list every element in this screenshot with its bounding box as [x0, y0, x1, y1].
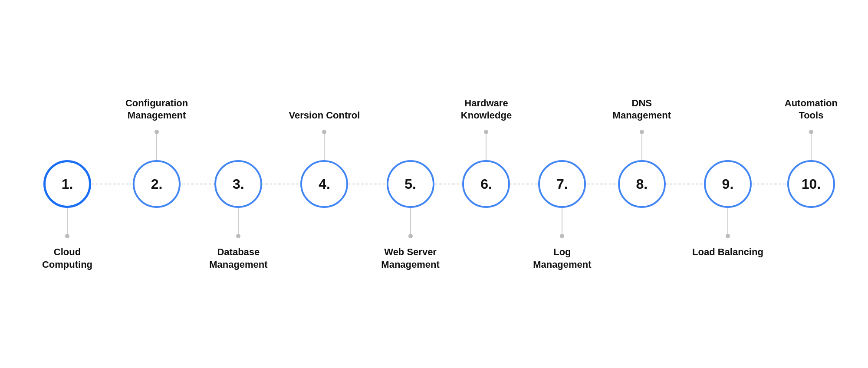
- node-10-top: AutomationTools: [785, 47, 838, 160]
- node-8-top: DNSManagement: [613, 47, 671, 160]
- label-2: ConfigurationManagement: [125, 97, 188, 122]
- vline-6-top: [486, 134, 487, 160]
- label-4: Version Control: [289, 109, 360, 122]
- node-3-bottom: DatabaseManagement: [209, 208, 267, 321]
- vline-3-bottom: [238, 208, 239, 234]
- node-4-top: Version Control: [289, 47, 360, 160]
- circle-5[interactable]: 5.: [387, 160, 434, 208]
- dot-4-top: [322, 130, 326, 134]
- node-1: 1. Cloud Computing: [30, 47, 104, 321]
- dot-1-bottom: [65, 234, 69, 238]
- node-4-number: 4.: [319, 176, 330, 192]
- node-6-number: 6.: [480, 176, 492, 192]
- circle-9[interactable]: 9.: [704, 160, 752, 208]
- vline-10-top: [811, 134, 812, 160]
- node-2: ConfigurationManagement 2.: [125, 47, 188, 321]
- nodes-row: 1. Cloud Computing ConfigurationManageme…: [30, 47, 838, 321]
- circle-3[interactable]: 3.: [214, 160, 262, 208]
- node-6: HardwareKnowledge 6.: [461, 47, 512, 321]
- node-5-number: 5.: [404, 176, 416, 192]
- vline-5-bottom: [410, 208, 411, 234]
- node-10-number: 10.: [802, 176, 821, 192]
- node-10: AutomationTools 10.: [785, 47, 838, 321]
- dot-7-bottom: [560, 234, 564, 238]
- dot-3-bottom: [236, 234, 240, 238]
- node-7: 7. LogManagement: [533, 47, 591, 321]
- label-1: Cloud Computing: [30, 246, 104, 271]
- circle-8[interactable]: 8.: [618, 160, 666, 208]
- circle-4[interactable]: 4.: [300, 160, 348, 208]
- dot-2-top: [155, 130, 159, 134]
- label-10: AutomationTools: [785, 97, 838, 122]
- dot-9-bottom: [726, 234, 730, 238]
- vline-8-top: [641, 134, 642, 160]
- label-9: Load Balancing: [692, 246, 763, 259]
- dot-6-top: [484, 130, 488, 134]
- dot-8-top: [640, 130, 644, 134]
- node-4: Version Control 4.: [289, 47, 360, 321]
- label-3: DatabaseManagement: [209, 246, 267, 271]
- node-8-number: 8.: [636, 176, 648, 192]
- label-6: HardwareKnowledge: [461, 97, 512, 122]
- node-8: DNSManagement 8.: [613, 47, 671, 321]
- vline-7-bottom: [562, 208, 562, 234]
- node-2-top: ConfigurationManagement: [125, 47, 188, 160]
- node-7-number: 7.: [556, 176, 568, 192]
- node-1-bottom: Cloud Computing: [30, 208, 104, 321]
- node-3-number: 3.: [233, 176, 244, 192]
- vline-1-bottom: [67, 208, 68, 234]
- node-5: 5. Web ServerManagement: [381, 47, 439, 321]
- circle-1[interactable]: 1.: [43, 160, 91, 208]
- dot-10-top: [809, 130, 813, 134]
- node-7-bottom: LogManagement: [533, 208, 591, 321]
- dot-5-bottom: [408, 234, 413, 238]
- circle-2[interactable]: 2.: [133, 160, 181, 208]
- vline-2-top: [156, 134, 157, 160]
- label-8: DNSManagement: [613, 97, 671, 122]
- node-6-top: HardwareKnowledge: [461, 47, 512, 160]
- node-2-number: 2.: [151, 176, 163, 192]
- vline-9-bottom: [727, 208, 728, 234]
- label-7: LogManagement: [533, 246, 591, 271]
- circle-10[interactable]: 10.: [787, 160, 835, 208]
- diagram-container: 1. Cloud Computing ConfigurationManageme…: [30, 32, 838, 336]
- vline-4-top: [324, 134, 325, 160]
- node-3: 3. DatabaseManagement: [209, 47, 267, 321]
- node-5-bottom: Web ServerManagement: [381, 208, 439, 321]
- circle-6[interactable]: 6.: [462, 160, 510, 208]
- circle-7[interactable]: 7.: [538, 160, 586, 208]
- label-5: Web ServerManagement: [381, 246, 439, 271]
- node-9: 9. Load Balancing: [692, 47, 763, 321]
- node-9-bottom: Load Balancing: [692, 208, 763, 321]
- node-9-number: 9.: [722, 176, 734, 192]
- node-1-number: 1.: [62, 176, 73, 192]
